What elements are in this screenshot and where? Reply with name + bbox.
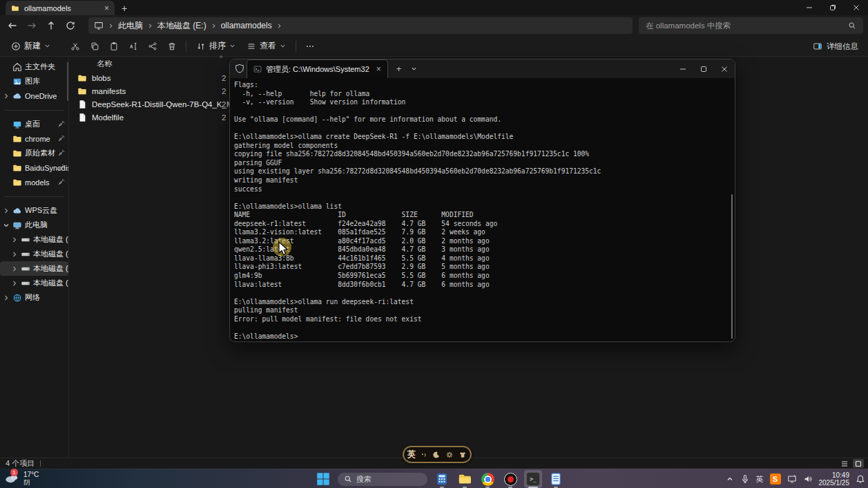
speaker-icon[interactable] xyxy=(803,474,813,484)
paste-button[interactable] xyxy=(104,37,124,55)
calculator-icon xyxy=(435,472,449,486)
sidebar-item-baidusyncdisk[interactable]: BaiduSyncdisk xyxy=(0,160,68,175)
terminal-close-button[interactable] xyxy=(714,59,735,78)
terminal-content[interactable]: Flags: -h, --help help for ollama -v, --… xyxy=(231,78,734,341)
up-button[interactable] xyxy=(41,17,61,35)
breadcrumb-chevron-icon xyxy=(108,23,114,29)
sidebar-item-home[interactable]: 主文件夹 xyxy=(0,59,68,74)
taskbar-app-recorder[interactable] xyxy=(501,470,519,488)
terminal-tab-close-icon[interactable]: × xyxy=(376,64,381,74)
sidebar-expander[interactable] xyxy=(11,251,18,258)
forward-button[interactable] xyxy=(22,17,41,35)
sidebar-item-gallery[interactable]: 图库 xyxy=(0,74,68,88)
sogou-icon[interactable]: S xyxy=(770,473,781,485)
sidebar-item-disk-c[interactable]: 本地磁盘 (C:) xyxy=(0,232,68,247)
sort-arrows-icon xyxy=(196,41,206,51)
sidebar-item-chrome[interactable]: chrome xyxy=(0,131,68,146)
tray-chevron-up-icon[interactable] xyxy=(726,475,734,483)
terminal-minimize-button[interactable] xyxy=(673,59,693,78)
cut-button[interactable] xyxy=(66,37,85,55)
ime-mode-label[interactable]: 英 xyxy=(407,449,416,460)
sidebar-item-label: OneDrive xyxy=(25,92,68,100)
microphone-icon[interactable] xyxy=(740,474,750,484)
breadcrumb-segment[interactable]: 此电脑 xyxy=(118,20,143,32)
sidebar-expander[interactable] xyxy=(11,280,18,287)
sidebar-item-disk-d[interactable]: 本地磁盘 (D:) xyxy=(0,247,68,261)
name-column-label: 名称 xyxy=(97,59,113,69)
sidebar-expander[interactable] xyxy=(3,294,10,301)
terminal-scrollbar[interactable] xyxy=(731,194,733,339)
skin-shirt-icon[interactable] xyxy=(459,451,467,459)
sidebar-item-models[interactable]: models xyxy=(0,175,68,189)
date-column-clipped: 2 xyxy=(222,100,226,109)
back-button[interactable] xyxy=(3,17,22,35)
ime-pen-icon[interactable] xyxy=(421,451,427,458)
breadcrumb-segment[interactable]: 本地磁盘 (E:) xyxy=(157,20,206,32)
taskbar-app-chrome[interactable] xyxy=(479,470,496,488)
plus-circle-icon xyxy=(11,41,21,51)
copy-button[interactable] xyxy=(85,37,104,55)
sidebar-item-disk-f[interactable]: 本地磁盘 (F:) xyxy=(0,276,68,290)
start-button[interactable] xyxy=(314,470,332,488)
sidebar-expander[interactable] xyxy=(3,93,10,100)
sidebar-item-wps-cloud[interactable]: WPS云盘 xyxy=(0,203,68,218)
taskbar-app-notepad[interactable] xyxy=(547,470,565,488)
close-button[interactable] xyxy=(845,0,868,15)
weather-widget[interactable]: 1 17°C 阴 xyxy=(4,470,39,487)
terminal-tab[interactable]: 管理员: C:\Windows\System32 × xyxy=(247,59,388,78)
taskbar-app-terminal[interactable]: >_ xyxy=(524,470,542,488)
more-options-button[interactable] xyxy=(300,37,320,55)
terminal-window: 管理员: C:\Windows\System32 × + Flags: -h, … xyxy=(229,59,735,342)
view-button[interactable]: 查看 xyxy=(241,37,291,55)
sidebar-item-desktop[interactable]: 桌面 xyxy=(0,117,68,131)
sidebar-item-this-pc[interactable]: 此电脑 xyxy=(0,218,68,232)
new-tab-button[interactable]: + xyxy=(122,3,127,14)
explorer-tab[interactable]: ollamamodels × xyxy=(6,1,115,15)
cast-icon[interactable] xyxy=(787,474,797,484)
taskbar-search-placeholder: 搜索 xyxy=(356,474,372,485)
delete-button[interactable] xyxy=(162,37,182,55)
tab-close-icon[interactable]: × xyxy=(104,3,109,13)
taskbar: 1 17°C 阴 搜索 >_ xyxy=(0,469,868,488)
refresh-button[interactable] xyxy=(61,17,80,35)
ime-language-indicator[interactable]: 英 xyxy=(756,474,764,485)
restore-button[interactable] xyxy=(821,0,845,15)
sidebar-item-label: 本地磁盘 (D:) xyxy=(33,249,68,259)
breadcrumb-segment[interactable]: ollamamodels xyxy=(221,21,272,30)
sort-button[interactable]: 排序 xyxy=(191,37,241,55)
terminal-new-tab-button[interactable]: + xyxy=(396,64,402,74)
details-view-toggle[interactable] xyxy=(839,459,850,468)
clock[interactable]: 10:49 2025/1/25 xyxy=(819,471,850,487)
terminal-maximize-button[interactable] xyxy=(693,59,714,78)
sidebar-expander[interactable] xyxy=(11,265,18,272)
moon-icon[interactable] xyxy=(432,451,441,459)
ime-toolbar[interactable]: 英 xyxy=(403,446,472,463)
notification-bell-icon[interactable] xyxy=(856,474,865,484)
sidebar-expander[interactable] xyxy=(3,207,10,214)
sidebar-expander[interactable] xyxy=(11,236,18,243)
taskbar-app-explorer[interactable] xyxy=(456,470,474,488)
minimize-button[interactable] xyxy=(798,0,821,15)
share-button[interactable] xyxy=(143,37,162,55)
sidebar-item-onedrive[interactable]: OneDrive xyxy=(0,88,68,103)
copy-icon xyxy=(90,41,99,51)
sidebar-item-label: 本地磁盘 (C:) xyxy=(33,234,68,245)
terminal-tab-dropdown-icon[interactable] xyxy=(411,66,417,72)
sidebar-expander[interactable] xyxy=(3,222,10,229)
navigation-bar: 此电脑本地磁盘 (E:)ollamamodels 在 ollamamodels … xyxy=(0,15,868,36)
taskbar-app-calculator[interactable] xyxy=(433,470,451,488)
large-icons-view-toggle[interactable] xyxy=(853,459,864,468)
sidebar-item-disk-e[interactable]: 本地磁盘 (E:) xyxy=(0,261,68,276)
taskbar-search[interactable]: 搜索 xyxy=(337,472,428,487)
gear-icon[interactable] xyxy=(445,451,454,459)
new-button[interactable]: 新建 xyxy=(6,37,56,55)
search-input[interactable]: 在 ollamamodels 中搜索 xyxy=(639,17,863,34)
rename-button[interactable] xyxy=(124,37,143,55)
sidebar-item-network[interactable]: 网络 xyxy=(0,290,68,305)
terminal-title-bar[interactable]: 管理员: C:\Windows\System32 × + xyxy=(230,59,735,78)
details-pane-button[interactable]: 详细信息 xyxy=(813,36,858,57)
sidebar-item-label: 此电脑 xyxy=(25,220,68,230)
sidebar-item-material[interactable]: 原始素材 xyxy=(0,146,68,160)
date-column-clipped: 2 xyxy=(222,87,226,95)
breadcrumb[interactable]: 此电脑本地磁盘 (E:)ollamamodels xyxy=(88,17,633,34)
